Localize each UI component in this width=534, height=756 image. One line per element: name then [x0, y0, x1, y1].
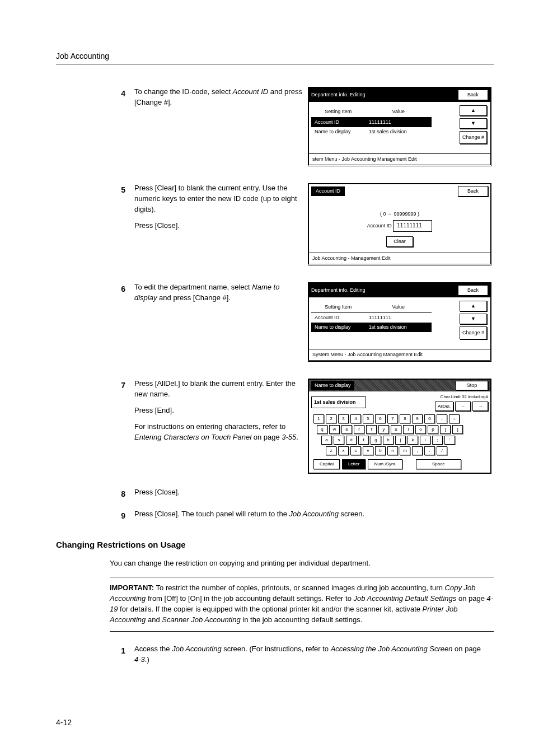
account-id-field[interactable]: 11111111 [393, 220, 432, 232]
back-button[interactable]: Back [458, 186, 488, 197]
step-text-4: To change the ID-code, select Account ID… [134, 87, 308, 114]
key-=[interactable]: = [449, 414, 460, 423]
key-a[interactable]: a [321, 436, 332, 445]
key-c[interactable]: c [350, 446, 361, 455]
page-number: 4-12 [56, 717, 72, 728]
cell: Name to display [311, 323, 366, 332]
step-text-6: To edit the department name, select Name… [134, 282, 308, 309]
key-f[interactable]: f [358, 436, 369, 445]
key-.[interactable]: . [424, 446, 435, 455]
key-v[interactable]: v [363, 446, 373, 455]
key-j[interactable]: j [395, 436, 406, 445]
key-6[interactable]: 6 [375, 414, 386, 423]
char-limit-label: Char.Limit:32 including# [441, 394, 488, 400]
capital-mode-button[interactable]: Capital [313, 459, 340, 469]
col-value: Value [366, 302, 432, 313]
table-row[interactable]: Name to display 1st sales division [311, 323, 432, 332]
arrow-left-button[interactable]: ← [455, 402, 471, 412]
key-r[interactable]: r [354, 425, 364, 434]
key-g[interactable]: g [371, 436, 381, 445]
cell: 11111111 [366, 313, 432, 323]
key-0[interactable]: 0 [424, 414, 435, 423]
key-w[interactable]: w [329, 425, 340, 434]
key-k[interactable]: k [407, 436, 418, 445]
alldel-button[interactable]: AllDel. [435, 402, 453, 412]
lcd5-title: Account ID [311, 186, 345, 196]
cell: Name to display [311, 127, 366, 137]
step-number-5: 5 [110, 183, 134, 195]
key-3[interactable]: 3 [338, 414, 349, 423]
kbd-title: Name to display [311, 381, 354, 390]
account-id-label: Account ID [367, 223, 392, 228]
change-button[interactable]: Change # [460, 326, 487, 339]
key-i[interactable]: i [403, 425, 414, 434]
header-rule [56, 64, 494, 64]
lcd5-footer: Job Accounting - Management Edit [309, 253, 490, 264]
key-h[interactable]: h [383, 436, 394, 445]
key-4[interactable]: 4 [350, 414, 361, 423]
stop-button[interactable]: Stop [456, 381, 488, 390]
table-row[interactable]: Account ID 11111111 [311, 118, 432, 128]
table-row[interactable]: Account ID 11111111 [311, 313, 432, 323]
cell: 1st sales division [366, 323, 432, 332]
key-'[interactable]: ' [444, 436, 455, 445]
arrow-up-button[interactable]: ▲ [460, 105, 487, 116]
step-text-7: Press [AllDel.] to blank the current ent… [134, 379, 308, 448]
lcd6-title: Department info. Editing [311, 287, 366, 294]
lcd4-title: Department info. Editing [311, 91, 366, 99]
key-,[interactable]: , [412, 446, 423, 455]
key-8[interactable]: 8 [400, 414, 410, 423]
key-e[interactable]: e [341, 425, 352, 434]
sub-step-text-1: Access the Job Accounting screen. (For i… [134, 644, 494, 671]
key-5[interactable]: 5 [363, 414, 373, 423]
cell: Account ID [311, 118, 366, 128]
key-p[interactable]: p [428, 425, 438, 434]
key-z[interactable]: z [326, 446, 336, 455]
clear-button[interactable]: Clear [386, 236, 413, 247]
key-7[interactable]: 7 [387, 414, 398, 423]
lcd-screen-5: Account ID Back ( 0 ～ 99999999 ) Account… [308, 183, 491, 265]
key-/[interactable]: / [437, 446, 447, 455]
key-d[interactable]: d [346, 436, 357, 445]
arrow-down-button[interactable]: ▼ [460, 118, 487, 129]
key--[interactable]: - [437, 414, 447, 423]
change-button[interactable]: Change # [460, 131, 487, 144]
arrow-up-button[interactable]: ▲ [460, 301, 487, 311]
step-text-5: Press [Clear] to blank the current entry… [134, 183, 308, 236]
table-row[interactable]: Name to display 1st sales division [311, 127, 432, 137]
key-l[interactable]: l [420, 436, 430, 445]
step-number-9: 9 [110, 509, 134, 521]
letter-mode-button[interactable]: Letter [342, 459, 366, 469]
key-2[interactable]: 2 [326, 414, 336, 423]
space-key[interactable]: Space [416, 459, 461, 469]
step-number-4: 4 [110, 87, 134, 99]
key-t[interactable]: t [366, 425, 377, 434]
key-y[interactable]: y [378, 425, 389, 434]
step-number-6: 6 [110, 282, 134, 295]
key-1[interactable]: 1 [313, 414, 324, 423]
arrow-right-button[interactable]: → [472, 402, 488, 412]
key-s[interactable]: s [334, 436, 344, 445]
key-q[interactable]: q [317, 425, 327, 434]
key-n[interactable]: n [387, 446, 398, 455]
key-o[interactable]: o [415, 425, 426, 434]
arrow-down-button[interactable]: ▼ [460, 314, 487, 324]
step-text-8: Press [Close]. [134, 487, 494, 503]
key-b[interactable]: b [375, 446, 386, 455]
important-note: IMPORTANT: To restrict the number of cop… [110, 577, 494, 631]
back-button[interactable]: Back [458, 90, 488, 100]
cell: Account ID [311, 313, 366, 323]
key-[[interactable]: [ [440, 425, 451, 434]
lcd6-footer: System Menu - Job Accounting Management … [309, 349, 490, 360]
step-number-8: 8 [110, 487, 134, 500]
key-9[interactable]: 9 [412, 414, 423, 423]
numsym-mode-button[interactable]: Num./Sym. [368, 459, 402, 469]
key-m[interactable]: m [400, 446, 410, 455]
name-input[interactable]: 1st sales division [311, 396, 366, 408]
col-setting-item: Setting Item [311, 106, 366, 118]
key-;[interactable]: ; [432, 436, 443, 445]
key-u[interactable]: u [391, 425, 401, 434]
key-][interactable]: ] [452, 425, 463, 434]
back-button[interactable]: Back [458, 285, 488, 296]
key-x[interactable]: x [338, 446, 349, 455]
